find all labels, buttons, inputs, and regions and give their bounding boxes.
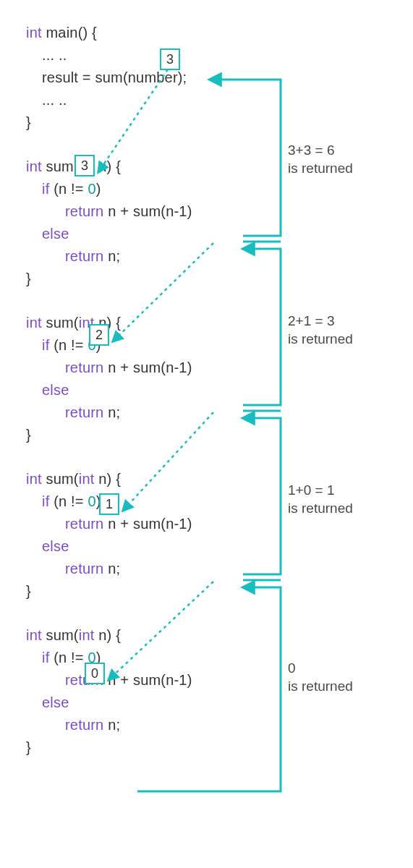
return-label-1: 2+1 = 3 is returned <box>288 312 404 348</box>
diagram-canvas: int main() { ... .. result = sum(number)… <box>0 0 413 868</box>
argbox-0: 3 <box>74 155 95 176</box>
argbox-main: 3 <box>160 48 180 70</box>
main-close: } <box>26 111 406 134</box>
return-label-0: 3+3 = 6 is returned <box>288 142 404 177</box>
main-dots1: ... .. <box>26 44 67 67</box>
main-block: int main() { ... .. result = sum(number)… <box>26 22 406 134</box>
sum-signature: int sum(int n) { <box>26 624 406 647</box>
argbox-1: 2 <box>89 324 109 346</box>
argbox-2: 1 <box>99 493 119 515</box>
kw-int: int <box>26 25 42 41</box>
main-dots2: ... .. <box>26 89 67 111</box>
return-label-2: 1+0 = 1 is returned <box>288 482 404 517</box>
main-sig-rest: main() { <box>42 25 97 41</box>
argbox-3: 0 <box>85 663 105 684</box>
return-label-3: 0 is returned <box>288 660 404 695</box>
main-signature: int main() { <box>26 22 406 44</box>
